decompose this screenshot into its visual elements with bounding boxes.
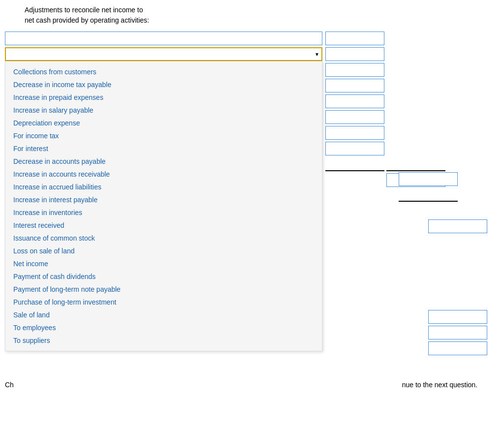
dropdown-option[interactable]: To employees [5, 321, 322, 334]
right-input-1[interactable] [325, 47, 384, 61]
dropdown-option[interactable]: Decrease in accounts payable [5, 155, 322, 168]
dropdown-option[interactable]: Increase in accrued liabilities [5, 181, 322, 193]
dropdown-trigger[interactable]: ▼ [5, 47, 322, 61]
dropdown-option[interactable]: Payment of cash dividends [5, 270, 322, 283]
dropdown-option[interactable]: Increase in inventories [5, 206, 322, 219]
dropdown-option[interactable]: Collections from customers [5, 65, 322, 78]
dropdown-container: ▼ Collections from customersDecrease in … [5, 47, 322, 61]
right-input-12[interactable] [428, 326, 487, 339]
dropdown-option[interactable]: Depreciation expense [5, 117, 322, 129]
dropdown-option[interactable]: Net income [5, 257, 322, 270]
dropdown-option[interactable]: Increase in prepaid expenses [5, 91, 322, 104]
continue-text: nue to the next question. [402, 381, 477, 389]
dropdown-option[interactable]: To suppliers [5, 334, 322, 347]
right-input-2[interactable] [325, 63, 384, 77]
right-input-5[interactable] [325, 110, 384, 124]
dropdown-option[interactable]: Increase in salary payable [5, 104, 322, 117]
dropdown-option[interactable]: Sale of land [5, 308, 322, 321]
right-underline-input-2[interactable] [386, 157, 445, 171]
dropdown-option[interactable]: For income tax [5, 129, 322, 142]
row1-text-input[interactable] [5, 31, 322, 45]
dropdown-menu: Collections from customersDecrease in in… [5, 61, 322, 351]
right-input-4[interactable] [325, 94, 384, 108]
dropdown-option[interactable]: Decrease in income tax payable [5, 78, 322, 91]
right-input-3[interactable] [325, 79, 384, 92]
dropdown-option[interactable]: Increase in interest payable [5, 193, 322, 206]
right-input-9[interactable] [399, 172, 458, 186]
right-input-13[interactable] [428, 341, 487, 355]
ch-label: Ch [5, 381, 14, 389]
header-text: Adjustments to reconcile net income to n… [5, 5, 487, 26]
dropdown-option[interactable]: Payment of long-term note payable [5, 283, 322, 296]
dropdown-arrow-icon: ▼ [315, 52, 319, 57]
right-input-11[interactable] [428, 310, 487, 324]
row1-value-input[interactable] [325, 31, 384, 45]
right-underline-input-1[interactable] [325, 157, 384, 171]
dropdown-option[interactable]: For interest [5, 142, 322, 155]
dropdown-option[interactable]: Loss on sale of land [5, 245, 322, 257]
right-input-7[interactable] [325, 142, 384, 155]
right-underline-input-3[interactable] [399, 188, 458, 202]
right-input-10[interactable] [428, 219, 487, 233]
dropdown-option[interactable]: Interest received [5, 219, 322, 232]
dropdown-option[interactable]: Purchase of long-term investment [5, 296, 322, 308]
dropdown-option[interactable]: Issuance of common stock [5, 232, 322, 245]
dropdown-option[interactable]: Increase in accounts receivable [5, 168, 322, 181]
right-input-6[interactable] [325, 126, 384, 140]
